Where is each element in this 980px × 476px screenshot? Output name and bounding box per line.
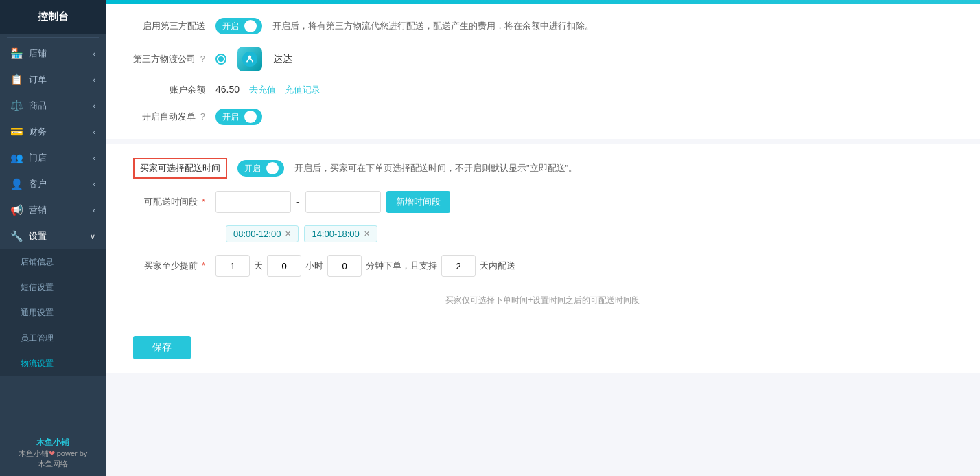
sidebar-item-label: 商品 [29,100,47,112]
chevron-right-icon: ‹ [93,49,95,58]
recharge-history-link[interactable]: 充值记录 [285,84,320,95]
add-time-button[interactable]: 新增时间段 [386,191,450,213]
content: 启用第三方配送 开启 开启后，将有第三方物流代您进行配送，配送产生的费用，将在余… [106,4,980,476]
balance-label: 账户余额 [133,84,215,96]
row-buyer-time-toggle: 买家可选择配送时间 开启 开启后，买家可在下单页选择配送时间，不开启则默认显示"… [133,158,953,179]
sidebar-item-label: 门店 [29,152,47,164]
sidebar-footer: 木鱼小铺 木鱼小铺❤ power by 木鱼网络 [0,430,106,476]
save-button[interactable]: 保存 [133,336,191,359]
buyer-time-desc: 开启后，买家可在下单页选择配送时间，不开启则默认显示"立即配送"。 [294,162,577,174]
advance-text: 买家至少提前 [144,260,198,271]
time-end-input[interactable] [305,191,381,213]
sidebar-item-logistics[interactable]: 物流设置 [0,351,106,376]
sidebar-item-label: 订单 [29,73,47,86]
advance-days-input[interactable] [215,255,250,277]
sidebar-item-label: 财务 [29,126,47,138]
days-unit: 天 [254,260,263,272]
balance-value: 46.50 [215,84,240,95]
buyer-time-toggle[interactable]: 开启 [237,160,284,177]
auto-dispatch-on-label: 开启 [222,111,239,123]
auto-dispatch-label: 开启自动发单 ? [133,111,215,123]
logistics-company-text: 第三方物渡公司 [133,54,196,64]
powered-by: 木鱼小铺❤ power by [10,449,95,459]
advance-row: 天 小时 分钟下单，且支持 天内配送 [215,255,515,277]
sidebar-item-store[interactable]: 🏪 店铺 ‹ [0,41,106,67]
toggle-on-label: 开启 [222,21,239,32]
sidebar-item-store-info[interactable]: 店铺信息 [0,249,106,275]
advance-hours-input[interactable] [267,255,301,277]
existing-slots-wrap: 08:00-12:00 ✕ 14:00-18:00 ✕ [226,225,377,242]
time-start-input[interactable] [215,191,291,213]
delivery-within-unit: 天内配送 [480,260,515,272]
sidebar-item-label: 营销 [29,204,47,216]
sidebar-item-customer[interactable]: 👤 客户 ‹ [0,171,106,197]
chevron-right-icon: ‹ [93,128,95,136]
main-wrapper: 启用第三方配送 开启 开启后，将有第三方物流代您进行配送，配送产生的费用，将在余… [106,0,980,476]
enable-toggle[interactable]: 开启 [215,18,262,34]
buyer-time-card: 买家可选择配送时间 开启 开启后，买家可在下单页选择配送时间，不开启则默认显示"… [106,144,980,373]
section-buyer-time: 买家可选择配送时间 开启 开启后，买家可在下单页选择配送时间，不开启则默认显示"… [106,144,980,326]
chevron-right-icon: ‹ [93,154,95,162]
sidebar-item-goods[interactable]: ⚖️ 商品 ‹ [0,93,106,119]
time-period-label: 可配送时间段 * [133,196,215,208]
time-slot-2-remove[interactable]: ✕ [364,229,370,238]
row-logistics-company: 第三方物渡公司 ? 达达 [133,47,953,71]
hours-unit: 小时 [305,260,323,272]
third-party-card: 启用第三方配送 开启 开启后，将有第三方物流代您进行配送，配送产生的费用，将在余… [106,4,980,139]
sidebar-title: 控制台 [38,10,69,23]
recharge-link[interactable]: 去充值 [249,84,276,95]
auto-dispatch-circle [244,111,257,123]
finance-icon: 💳 [10,126,23,138]
settings-submenu: 店铺信息 短信设置 通用设置 员工管理 物流设置 [0,249,106,376]
time-period-text: 可配送时间段 [144,196,198,207]
row-existing-slots: 08:00-12:00 ✕ 14:00-18:00 ✕ [226,225,953,242]
buyer-toggle-circle [266,162,279,174]
settings-icon: 🔧 [10,230,23,242]
dada-logo [237,47,262,71]
time-slot-1-remove[interactable]: ✕ [285,229,291,238]
logistics-label: 第三方物渡公司 ? [133,53,215,65]
advance-label: 买家至少提前 * [133,260,215,272]
time-slot-row: - 新增时间段 [215,191,450,213]
sidebar-item-finance[interactable]: 💳 财务 ‹ [0,119,106,145]
buyer-time-label: 买家可选择配送时间 [133,158,227,179]
time-dash: - [296,196,300,207]
sidebar-item-order[interactable]: 📋 订单 ‹ [0,67,106,93]
marketing-icon: 📢 [10,204,23,216]
sidebar-item-marketing[interactable]: 📢 营销 ‹ [0,197,106,223]
customer-icon: 👤 [10,178,23,190]
minutes-unit: 分钟下单，且支持 [366,260,437,272]
sidebar-item-sms[interactable]: 短信设置 [0,275,106,300]
sidebar-header: 控制台 [0,0,106,34]
buyer-toggle-label: 开启 [244,163,261,174]
time-slot-2-label: 14:00-18:00 [312,229,359,239]
brand-name: 木鱼小铺 [10,437,95,449]
sidebar-item-staff[interactable]: 员工管理 [0,326,106,351]
buyer-toggle-wrap: 开启 开启后，买家可在下单页选择配送时间，不开启则默认显示"立即配送"。 [237,160,577,177]
chevron-right-icon: ‹ [93,206,95,214]
help-icon: ? [200,54,205,64]
chevron-right-icon: ‹ [93,180,95,188]
auto-dispatch-help-icon: ? [200,111,205,122]
row-enable-third-party: 启用第三方配送 开启 开启后，将有第三方物流代您进行配送，配送产生的费用，将在余… [133,18,953,34]
chevron-down-icon: ∨ [90,232,95,241]
sidebar-item-label: 客户 [29,178,47,190]
sidebar-item-branch[interactable]: 👥 门店 ‹ [0,145,106,171]
row-balance: 账户余额 46.50 去充值 充值记录 [133,84,953,96]
chevron-right-icon: ‹ [93,76,95,84]
time-slot-2: 14:00-18:00 ✕ [304,225,377,242]
row-auto-dispatch: 开启自动发单 ? 开启 [133,109,953,125]
sidebar-item-settings[interactable]: 🔧 设置 ∨ [0,223,106,249]
balance-wrap: 46.50 去充值 充值记录 [215,84,320,96]
advance-required-star: * [202,260,205,271]
sidebar-item-general[interactable]: 通用设置 [0,300,106,326]
time-slot-1-label: 08:00-12:00 [233,229,281,239]
store-icon: 🏪 [10,47,23,60]
delivery-within-input[interactable] [441,255,476,277]
sms-label: 短信设置 [21,282,54,293]
radio-dada[interactable] [215,54,226,65]
advance-minutes-input[interactable] [327,255,362,277]
auto-dispatch-toggle[interactable]: 开启 [215,109,262,125]
enable-toggle-wrap: 开启 开启后，将有第三方物流代您进行配送，配送产生的费用，将在余额中进行扣除。 [215,18,594,34]
sidebar-item-label: 设置 [29,230,47,242]
